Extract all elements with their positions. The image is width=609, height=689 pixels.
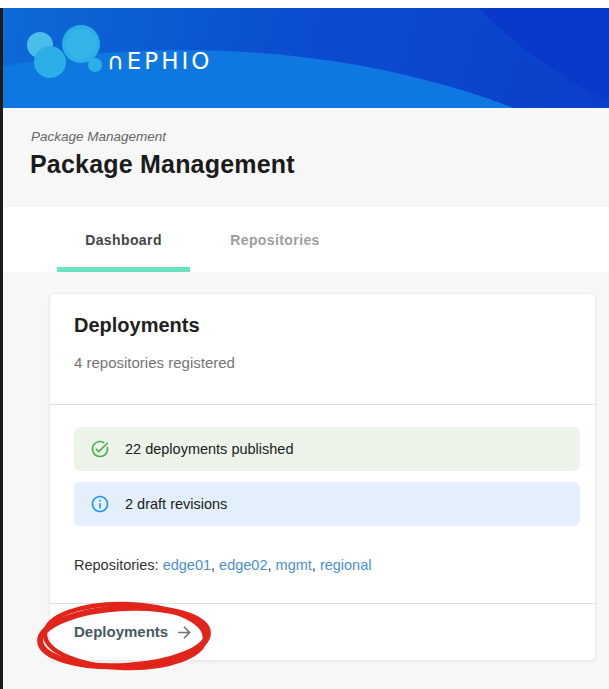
logo-bubble-icon — [88, 58, 102, 72]
repo-link-mgmt[interactable]: mgmt — [276, 557, 312, 573]
task-check-icon — [90, 439, 110, 459]
tab-dashboard-label: Dashboard — [85, 232, 162, 248]
app-header: ∩EPHIO — [3, 8, 609, 108]
deployments-footer-label: Deployments — [74, 623, 168, 640]
deployments-card: Deployments 4 repositories registered 22… — [49, 293, 596, 661]
tab-dashboard[interactable]: Dashboard — [57, 207, 190, 272]
deployments-footer-link[interactable]: Deployments — [74, 621, 194, 642]
deployments-card-footer: Deployments — [50, 604, 595, 659]
repositories-label: Repositories: — [74, 557, 159, 573]
logo-bubble-icon — [66, 29, 96, 59]
separator: , — [312, 557, 320, 573]
deployments-card-body: 22 deployments published 2 draft revisio… — [50, 405, 595, 604]
active-tab-indicator — [57, 267, 190, 272]
logo-wordmark: ∩EPHIO — [107, 48, 212, 74]
tab-bar: Dashboard Repositories — [3, 207, 609, 272]
drafts-banner-text: 2 draft revisions — [125, 496, 227, 512]
published-banner-text: 22 deployments published — [125, 441, 293, 457]
tab-repositories[interactable]: Repositories — [190, 207, 360, 272]
tab-repositories-label: Repositories — [230, 232, 320, 248]
card-title: Deployments — [74, 314, 571, 337]
info-icon — [90, 494, 110, 514]
published-banner: 22 deployments published — [74, 427, 580, 471]
separator: , — [268, 557, 276, 573]
breadcrumb: Package Management — [31, 129, 166, 144]
drafts-banner: 2 draft revisions — [74, 482, 580, 526]
arrow-right-icon — [175, 623, 194, 642]
separator: , — [211, 557, 219, 573]
repo-link-edge02[interactable]: edge02 — [219, 557, 267, 573]
nephio-logo[interactable]: ∩EPHIO — [3, 8, 283, 108]
deployments-card-header: Deployments 4 repositories registered — [50, 294, 595, 405]
repo-link-edge01[interactable]: edge01 — [163, 557, 211, 573]
card-subtitle: 4 repositories registered — [74, 354, 571, 371]
page-title: Package Management — [30, 150, 295, 179]
logo-bubble-icon — [34, 46, 66, 78]
repo-link-regional[interactable]: regional — [320, 557, 372, 573]
window-top-strip — [0, 0, 609, 8]
repositories-line: Repositories: edge01, edge02, mgmt, regi… — [74, 557, 579, 573]
window-left-edge — [0, 8, 3, 689]
